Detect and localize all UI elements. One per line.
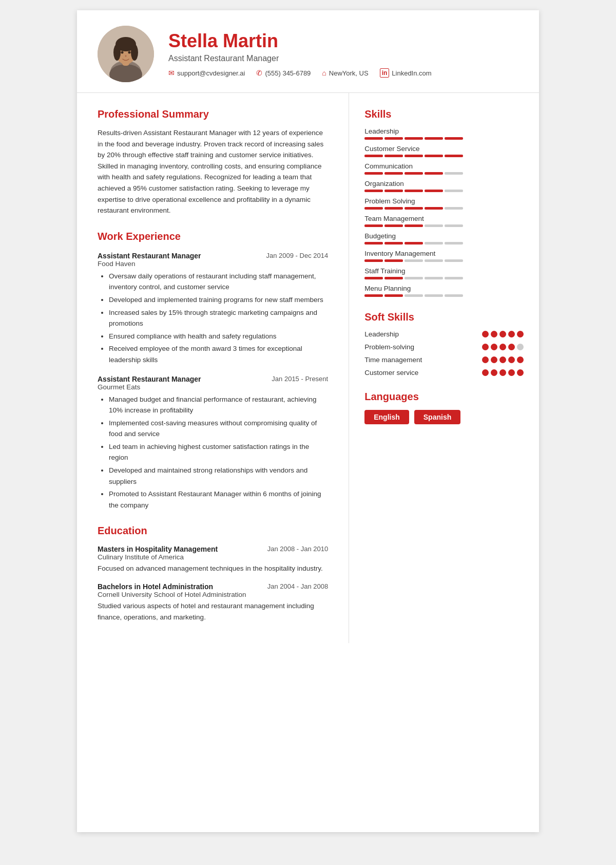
- dot: [491, 356, 497, 363]
- skill-name: Organization: [364, 180, 524, 187]
- job-entry-1: Assistant Restaurant Manager Jan 2009 - …: [98, 252, 328, 366]
- right-column: Skills LeadershipCustomer ServiceCommuni…: [349, 93, 539, 643]
- dots-container: [482, 356, 524, 363]
- skill-item: Organization: [364, 180, 524, 192]
- skill-segment: [445, 259, 463, 262]
- dot: [517, 331, 524, 337]
- svg-point-10: [125, 55, 127, 57]
- skill-segment: [384, 294, 403, 297]
- edu-school-1: Culinary Institute of America: [98, 553, 328, 561]
- skill-segment: [405, 190, 423, 192]
- soft-skill-name: Problem-solving: [364, 343, 421, 351]
- dot: [491, 369, 497, 376]
- skill-bar: [364, 207, 524, 210]
- resume-header: Stella Martin Assistant Restaurant Manag…: [77, 10, 539, 93]
- skill-item: Team Management: [364, 215, 524, 227]
- skill-segment: [425, 207, 443, 210]
- skill-segment: [405, 277, 423, 279]
- skill-item: Staff Training: [364, 267, 524, 279]
- dot: [499, 356, 506, 363]
- email-text: support@cvdesigner.ai: [177, 69, 245, 77]
- education-title: Education: [98, 525, 328, 537]
- svg-point-6: [113, 44, 121, 61]
- languages-title: Languages: [364, 391, 524, 403]
- bullet: Oversaw daily operations of restaurant i…: [109, 271, 328, 293]
- phone-text: (555) 345-6789: [265, 69, 311, 77]
- dots-container: [482, 331, 524, 337]
- job-header-1: Assistant Restaurant Manager Jan 2009 - …: [98, 252, 328, 260]
- skills-list: LeadershipCustomer ServiceCommunicationO…: [364, 127, 524, 297]
- skill-segment: [425, 137, 443, 140]
- skill-bar: [364, 259, 524, 262]
- left-column: Professional Summary Results-driven Assi…: [77, 93, 349, 643]
- skill-bar: [364, 277, 524, 279]
- job-date-1: Jan 2009 - Dec 2014: [266, 252, 329, 259]
- skill-segment: [384, 242, 403, 245]
- skill-name: Staff Training: [364, 267, 524, 275]
- contact-phone: ✆ (555) 345-6789: [256, 68, 311, 78]
- dot: [508, 356, 515, 363]
- skill-segment: [445, 242, 463, 245]
- skill-segment: [364, 137, 383, 140]
- edu-desc-2: Studied various aspects of hotel and res…: [98, 600, 328, 623]
- skill-bar: [364, 190, 524, 192]
- skill-segment: [425, 190, 443, 192]
- skill-bar: [364, 137, 524, 140]
- skill-segment: [445, 137, 463, 140]
- dot: [508, 344, 515, 350]
- skill-name: Menu Planning: [364, 285, 524, 292]
- skill-segment: [425, 259, 443, 262]
- skill-segment: [445, 207, 463, 210]
- candidate-title: Assistant Restaurant Manager: [168, 54, 518, 63]
- soft-skill-name: Customer service: [364, 369, 421, 377]
- skill-segment: [405, 207, 423, 210]
- main-layout: Professional Summary Results-driven Assi…: [77, 93, 539, 643]
- dot: [491, 331, 497, 337]
- edu-header-2: Bachelors in Hotel Administration Jan 20…: [98, 582, 328, 591]
- skill-segment: [364, 294, 383, 297]
- skill-name: Customer Service: [364, 145, 524, 153]
- linkedin-text: LinkedIn.com: [392, 69, 431, 77]
- svg-point-8: [121, 51, 124, 54]
- skill-segment: [425, 172, 443, 175]
- candidate-name: Stella Martin: [168, 30, 518, 52]
- skill-segment: [445, 190, 463, 192]
- email-icon: ✉: [168, 69, 175, 77]
- skill-segment: [405, 294, 423, 297]
- skill-bar: [364, 224, 524, 227]
- skill-segment: [364, 224, 383, 227]
- contact-email: ✉ support@cvdesigner.ai: [168, 68, 245, 78]
- dot: [482, 344, 489, 350]
- contact-list: ✉ support@cvdesigner.ai ✆ (555) 345-6789…: [168, 68, 518, 78]
- skill-name: Budgeting: [364, 232, 524, 240]
- skill-segment: [364, 190, 383, 192]
- skill-bar: [364, 242, 524, 245]
- dot: [517, 369, 524, 376]
- language-tag: Spanish: [414, 410, 460, 424]
- skill-segment: [405, 224, 423, 227]
- skill-segment: [425, 224, 443, 227]
- bullet: Increased sales by 15% through strategic…: [109, 307, 328, 329]
- edu-entry-1: Masters in Hospitality Management Jan 20…: [98, 545, 328, 574]
- skill-item: Budgeting: [364, 232, 524, 245]
- skills-title: Skills: [364, 108, 524, 120]
- language-tags: EnglishSpanish: [364, 410, 524, 424]
- job-company-2: Gourmet Eats: [98, 383, 328, 391]
- dot: [491, 344, 497, 350]
- dot: [482, 356, 489, 363]
- header-info: Stella Martin Assistant Restaurant Manag…: [168, 30, 518, 78]
- skill-segment: [364, 242, 383, 245]
- dot: [499, 344, 506, 350]
- dot: [482, 331, 489, 337]
- soft-skill-item: Time management: [364, 356, 524, 364]
- skill-segment: [384, 190, 403, 192]
- soft-skill-item: Problem-solving: [364, 343, 524, 351]
- dots-container: [482, 344, 524, 350]
- skill-segment: [384, 224, 403, 227]
- skill-segment: [405, 242, 423, 245]
- skill-segment: [445, 172, 463, 175]
- dot: [517, 356, 524, 363]
- skill-segment: [445, 155, 463, 157]
- skill-name: Leadership: [364, 127, 524, 135]
- skill-segment: [384, 137, 403, 140]
